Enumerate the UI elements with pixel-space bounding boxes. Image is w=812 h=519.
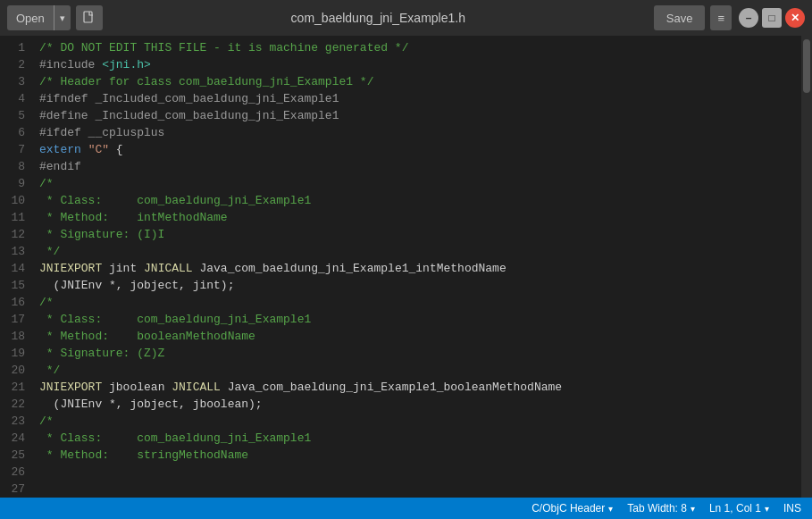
code-line: /* DO NOT EDIT THIS FILE - it is machine… <box>39 39 794 56</box>
editor: 12345 678910 1112131415 1617181920 21222… <box>0 36 812 498</box>
code-line: */ <box>39 243 794 260</box>
tab-width-chevron-icon: ▾ <box>691 504 695 514</box>
maximize-button[interactable]: □ <box>762 8 782 28</box>
code-line: extern "C" { <box>39 141 794 158</box>
code-line: * Class: com_baeldung_jni_Example1 <box>39 430 794 447</box>
cursor-pos-status[interactable]: Ln 1, Col 1 ▾ <box>709 502 769 515</box>
language-status[interactable]: C/ObjC Header ▾ <box>532 502 613 515</box>
code-line: * Method: intMethodName <box>39 209 794 226</box>
code-line: * Class: com_baeldung_jni_Example1 <box>39 311 794 328</box>
code-line: * Signature: (Z)Z <box>39 345 794 362</box>
scroll-indicator[interactable] <box>801 36 812 498</box>
language-chevron-icon: ▾ <box>608 504 613 514</box>
code-line: #ifdef __cplusplus <box>39 124 794 141</box>
code-area[interactable]: /* DO NOT EDIT THIS FILE - it is machine… <box>32 36 801 498</box>
svg-rect-0 <box>84 12 92 22</box>
code-line: /* Header for class com_baeldung_jni_Exa… <box>39 73 794 90</box>
menu-button[interactable]: ≡ <box>710 5 732 30</box>
ins-status[interactable]: INS <box>783 502 801 515</box>
open-button[interactable]: Open <box>7 5 54 30</box>
code-line: /* <box>39 413 794 430</box>
status-bar: C/ObjC Header ▾ Tab Width: 8 ▾ Ln 1, Col… <box>0 498 812 519</box>
code-line: #ifndef _Included_com_baeldung_jni_Examp… <box>39 90 794 107</box>
code-line: #define _Included_com_baeldung_jni_Examp… <box>39 107 794 124</box>
code-line: /* <box>39 294 794 311</box>
minimize-button[interactable]: – <box>739 8 758 28</box>
tab-width-status[interactable]: Tab Width: 8 ▾ <box>627 502 695 515</box>
close-button[interactable]: ✕ <box>785 8 805 28</box>
code-line: #include <jni.h> <box>39 56 794 73</box>
cursor-pos-chevron-icon: ▾ <box>765 504 769 514</box>
code-line: #endif <box>39 158 794 175</box>
new-file-button[interactable] <box>76 5 103 30</box>
code-line: (JNIEnv *, jobject, jboolean); <box>39 396 794 413</box>
window-controls: – □ ✕ <box>739 8 805 28</box>
code-line: * Class: com_baeldung_jni_Example1 <box>39 192 794 209</box>
code-line: * Signature: (I)I <box>39 226 794 243</box>
scroll-thumb[interactable] <box>803 39 810 93</box>
code-line: (JNIEnv *, jobject, jint); <box>39 277 794 294</box>
code-line: */ <box>39 362 794 379</box>
code-line: /* <box>39 175 794 192</box>
file-title: com_baeldung_jni_Example1.h <box>103 11 654 25</box>
code-line: JNIEXPORT jint JNICALL Java_com_baeldung… <box>39 260 794 277</box>
save-button[interactable]: Save <box>654 5 706 30</box>
title-bar: Open ▾ com_baeldung_jni_Example1.h Save … <box>0 0 812 36</box>
open-dropdown-button[interactable]: ▾ <box>54 5 71 30</box>
code-line: * Method: booleanMethodName <box>39 328 794 345</box>
line-numbers: 12345 678910 1112131415 1617181920 21222… <box>0 36 32 498</box>
code-line: JNIEXPORT jboolean JNICALL Java_com_bael… <box>39 379 794 396</box>
code-line: * Method: stringMethodName <box>39 447 794 464</box>
